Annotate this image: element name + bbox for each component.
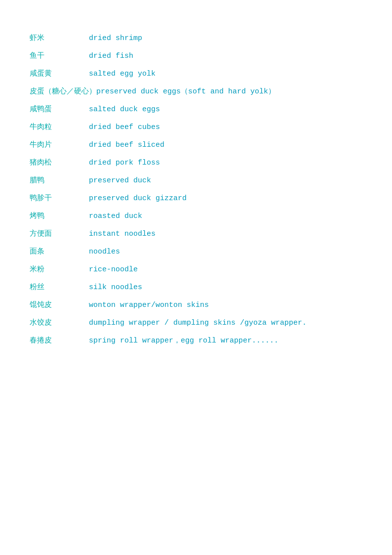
chinese-term: 咸鸭蛋 [30, 104, 89, 116]
english-translation: dried shrimp [89, 33, 142, 44]
chinese-term: 猪肉松 [30, 157, 89, 169]
chinese-term: 腊鸭 [30, 175, 89, 187]
list-item: 粉丝silk noodles [30, 279, 362, 297]
chinese-term: 面条 [30, 246, 89, 258]
list-item: 鱼干dried fish [30, 47, 362, 65]
chinese-term: 春捲皮 [30, 335, 89, 347]
chinese-term: 虾米 [30, 33, 89, 44]
english-translation: dried beef sliced [89, 139, 164, 151]
list-item: 面条noodles [30, 243, 362, 261]
vocab-list: 虾米dried shrimp鱼干dried fish咸蛋黄salted egg … [30, 30, 362, 350]
chinese-term: 鸭胗干 [30, 193, 89, 205]
english-translation: dried pork floss [89, 157, 160, 169]
english-translation: spring roll wrapper，egg roll wrapper....… [89, 335, 278, 347]
english-translation: roasted duck [89, 211, 142, 222]
english-translation: preserved duck gizzard [89, 193, 187, 205]
list-item: 方便面instant noodles [30, 225, 362, 243]
list-item: 烤鸭roasted duck [30, 208, 362, 225]
list-item: 鸭胗干preserved duck gizzard [30, 190, 362, 208]
chinese-term: 方便面 [30, 228, 89, 240]
english-translation: wonton wrapper/wonton skins [89, 299, 209, 311]
chinese-term: 咸蛋黄 [30, 68, 89, 80]
list-item: 牛肉片dried beef sliced [30, 136, 362, 154]
list-item: 牛肉粒dried beef cubes [30, 119, 362, 136]
list-item: 春捲皮spring roll wrapper，egg roll wrapper.… [30, 332, 362, 350]
english-translation: dried beef cubes [89, 122, 160, 133]
chinese-term: 鱼干 [30, 50, 89, 62]
list-item: 水饺皮dumpling wrapper / dumpling skins /gy… [30, 314, 362, 332]
english-translation: preserved duck [89, 175, 151, 187]
list-item: 米粉rice-noodle [30, 261, 362, 279]
list-item: 虾米dried shrimp [30, 30, 362, 47]
list-item: 腊鸭preserved duck [30, 172, 362, 190]
chinese-term: 米粉 [30, 264, 89, 276]
english-translation: silk noodles [89, 282, 142, 294]
chinese-term: 牛肉粒 [30, 122, 89, 133]
english-translation: instant noodles [89, 228, 156, 240]
list-item: 咸蛋黄salted egg yolk [30, 65, 362, 83]
chinese-term: 粉丝 [30, 282, 89, 294]
english-translation: dried fish [89, 50, 133, 62]
chinese-term: 皮蛋（糖心／硬心） [30, 86, 96, 98]
chinese-term: 馄饨皮 [30, 299, 89, 311]
english-translation: salted duck eggs [89, 104, 160, 116]
list-item: 咸鸭蛋salted duck eggs [30, 101, 362, 119]
english-translation: rice-noodle [89, 264, 138, 276]
english-translation: noodles [89, 246, 120, 258]
list-item: 皮蛋（糖心／硬心）preserved duck eggs（soft and ha… [30, 83, 362, 101]
chinese-term: 水饺皮 [30, 317, 89, 329]
list-item: 猪肉松dried pork floss [30, 154, 362, 172]
list-item: 馄饨皮wonton wrapper/wonton skins [30, 297, 362, 314]
english-translation: preserved duck eggs（soft and hard yolk） [96, 86, 275, 98]
chinese-term: 烤鸭 [30, 211, 89, 222]
chinese-term: 牛肉片 [30, 139, 89, 151]
english-translation: dumpling wrapper / dumpling skins /gyoza… [89, 317, 307, 329]
english-translation: salted egg yolk [89, 68, 156, 80]
